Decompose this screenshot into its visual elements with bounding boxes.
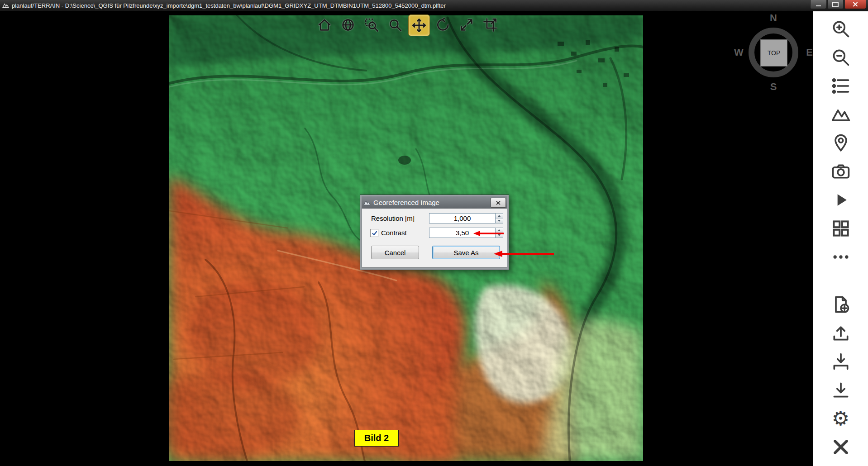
viewports-grid-icon (831, 219, 851, 238)
right-sidebar: ⚙ (813, 11, 868, 466)
zoom-window-icon (364, 17, 379, 33)
dialog-mountain-icon (363, 200, 371, 205)
dialog-titlebar[interactable]: Georeferenced Image (362, 196, 507, 209)
sidebar-settings-button[interactable]: ⚙ (830, 408, 851, 429)
rotate-view-button[interactable] (433, 14, 453, 35)
compass-south-button[interactable]: S (770, 81, 777, 93)
sidebar-screenshot-button[interactable] (830, 161, 851, 182)
dialog-title: Georeferenced Image (373, 199, 439, 206)
zoom-out-icon (831, 48, 851, 67)
minimize-icon (816, 5, 821, 6)
rotate-ccw-icon (435, 17, 451, 33)
compass-top-button[interactable]: TOP (760, 39, 787, 67)
home-icon (317, 17, 332, 33)
save-as-annotation-arrow (492, 249, 556, 258)
sidebar-import-button[interactable] (830, 351, 851, 372)
upload-icon (831, 323, 851, 343)
spinner-down-button[interactable] (496, 219, 503, 223)
crop-icon (482, 17, 498, 33)
titlebar[interactable]: planlauf/TERRAIN - D:\Science\_QGIS für … (0, 0, 868, 11)
settings-gear-icon: ⚙ (832, 409, 849, 428)
viewport-toolbar (314, 14, 501, 36)
sidebar-list-button[interactable] (830, 75, 851, 96)
crop-section-button[interactable] (480, 14, 501, 35)
spinner-up-button[interactable] (496, 214, 503, 219)
close-button[interactable] (844, 0, 866, 9)
locate-pin-icon (831, 133, 851, 153)
resolution-field (429, 213, 503, 223)
close-icon (853, 2, 858, 7)
download-icon (831, 380, 851, 400)
sidebar-export-button[interactable] (830, 322, 851, 343)
zoom-in-icon (831, 19, 851, 39)
home-view-button[interactable] (314, 14, 335, 35)
sidebar-zoom-out-button[interactable] (830, 47, 851, 68)
sidebar-play-button[interactable] (830, 189, 851, 210)
save-as-button[interactable]: Save As (432, 246, 500, 259)
maximize-icon (832, 2, 839, 7)
contrast-checkbox[interactable] (370, 229, 378, 237)
app-logo-icon (2, 3, 9, 8)
mountains-icon (831, 105, 851, 124)
checkmark-icon (372, 230, 377, 236)
dialog-close-button[interactable] (491, 198, 506, 208)
globe-view-button[interactable] (338, 14, 358, 35)
sidebar-new-file-button[interactable] (830, 294, 851, 315)
main-area: N S W E TOP Georeferenced Image Resoluti… (0, 11, 868, 466)
cancel-button[interactable]: Cancel (371, 246, 419, 259)
zoom-window-button[interactable] (361, 14, 382, 35)
sidebar-zoom-in-button[interactable] (830, 18, 851, 39)
pan-tool-button[interactable] (408, 14, 430, 36)
globe-icon (340, 17, 356, 33)
dialog-close-icon (496, 201, 501, 205)
figure-annotation-label: Bild 2 (354, 430, 399, 447)
dialog-body: Resolution [m] Contrast Cancel Sa (362, 209, 507, 268)
minimize-button[interactable] (810, 0, 826, 9)
pan-icon (411, 18, 427, 33)
contrast-annotation-arrow (472, 229, 505, 238)
sidebar-more-options-button[interactable] (830, 246, 851, 267)
import-down-icon (831, 352, 851, 371)
resolution-spinner (496, 213, 503, 223)
list-icon (831, 76, 851, 96)
zoom-button[interactable] (385, 14, 405, 35)
maximize-button[interactable] (827, 0, 844, 9)
resize-icon (459, 17, 474, 33)
sidebar-terrain-views-button[interactable] (830, 104, 851, 125)
compass-east-button[interactable]: E (806, 47, 813, 58)
sidebar-viewports-button[interactable] (830, 218, 851, 239)
ellipsis-icon (831, 247, 851, 267)
sidebar-locate-button[interactable] (830, 132, 851, 153)
compass: N S W E TOP (730, 10, 816, 95)
camera-icon (831, 162, 851, 181)
zoom-icon (387, 17, 403, 33)
play-icon (831, 190, 851, 210)
file-add-icon (831, 295, 851, 314)
window-title: planlauf/TERRAIN - D:\Science\_QGIS für … (12, 2, 809, 9)
sidebar-save-image-button[interactable] (830, 379, 851, 400)
compass-west-button[interactable]: W (734, 47, 744, 58)
resize-view-button[interactable] (456, 14, 477, 35)
close-x-icon (831, 437, 851, 457)
compass-north-button[interactable]: N (770, 12, 777, 24)
sidebar-close-button[interactable] (830, 436, 851, 457)
resolution-label: Resolution [m] (371, 214, 415, 222)
contrast-label: Contrast (381, 229, 407, 237)
resolution-input[interactable] (429, 213, 496, 223)
